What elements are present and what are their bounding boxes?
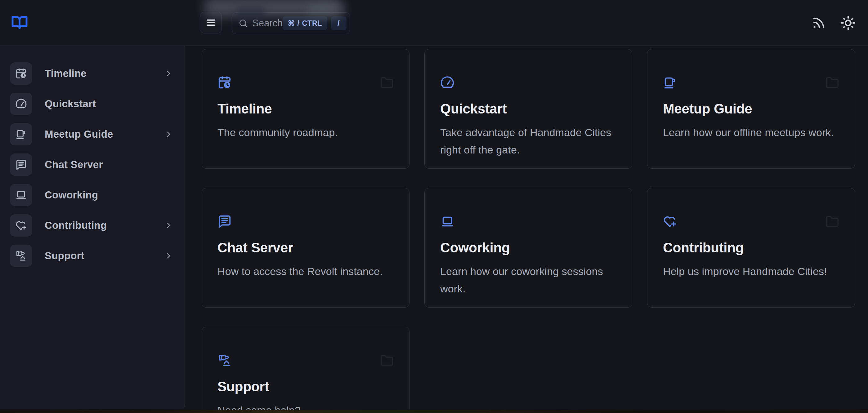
- chevron-right-icon[interactable]: [165, 222, 172, 229]
- card-quickstart[interactable]: Quickstart Take advantage of Handmade Ci…: [424, 49, 632, 169]
- gauge-icon: [440, 75, 455, 90]
- card-chat-server[interactable]: Chat Server How to access the Revolt ins…: [202, 188, 409, 308]
- card-support[interactable]: Support Need some help?: [202, 327, 409, 413]
- kbd-cmd-ctrl: ⌘ / CTRL: [283, 17, 327, 30]
- sidebar-item-support[interactable]: Support: [10, 245, 185, 267]
- hand-bell-icon: [10, 245, 32, 267]
- sidebar-item-label: Chat Server: [45, 159, 103, 170]
- topbar: Search ⌘ / CTRL /: [0, 0, 868, 46]
- sidebar-item-chat-server[interactable]: Chat Server: [10, 154, 185, 176]
- search-shortcuts: ⌘ / CTRL /: [283, 17, 346, 30]
- rss-icon[interactable]: [811, 16, 826, 30]
- card-icon-row: [217, 353, 394, 368]
- sidebar-item-label: Coworking: [45, 189, 98, 201]
- gauge-icon: [10, 93, 32, 115]
- card-coworking[interactable]: Coworking Learn how our coworking sessio…: [424, 188, 632, 308]
- message-square-icon: [217, 214, 232, 228]
- folder-icon: [826, 215, 839, 228]
- card-title: Timeline: [217, 101, 394, 117]
- sidebar-item-label: Support: [45, 250, 84, 262]
- sidebar: Timeline Quickstart Meetup Guide: [0, 45, 185, 409]
- sidebar-item-coworking[interactable]: Coworking: [10, 184, 185, 206]
- kbd-slash: /: [331, 17, 346, 30]
- book-open-icon[interactable]: [11, 14, 28, 31]
- card-icon-row: [217, 214, 394, 228]
- folder-icon: [380, 354, 394, 368]
- search-placeholder: Search: [252, 18, 283, 29]
- sun-icon[interactable]: [840, 15, 856, 31]
- calendar-clock-icon: [217, 75, 232, 90]
- card-title: Coworking: [440, 240, 616, 256]
- card-timeline[interactable]: Timeline The community roadmap.: [202, 49, 409, 169]
- search-icon: [239, 19, 248, 28]
- card-grid: Timeline The community roadmap. Quicksta…: [202, 49, 855, 413]
- folder-icon: [826, 76, 839, 90]
- card-title: Quickstart: [440, 101, 616, 117]
- sidebar-item-label: Meetup Guide: [45, 128, 113, 140]
- card-icon-row: [663, 75, 839, 90]
- heart-plus-icon: [663, 214, 677, 228]
- sidebar-item-label: Quickstart: [45, 98, 96, 110]
- message-square-icon: [10, 154, 32, 176]
- card-title: Support: [217, 379, 394, 395]
- card-contributing[interactable]: Contributing Help us improve Handmade Ci…: [647, 188, 855, 308]
- coffee-cup-icon: [10, 123, 32, 146]
- card-description: Take advantage of Handmade Cities right …: [440, 124, 616, 158]
- laptop-icon: [10, 184, 32, 206]
- card-description: Learn how our offline meetups work.: [663, 124, 839, 141]
- card-description: Help us improve Handmade Cities!: [663, 263, 839, 280]
- card-description: How to access the Revolt instance.: [217, 263, 394, 280]
- search-input[interactable]: Search ⌘ / CTRL /: [232, 12, 350, 34]
- sidebar-item-timeline[interactable]: Timeline: [10, 62, 185, 85]
- chevron-right-icon[interactable]: [165, 252, 172, 259]
- card-icon-row: [440, 214, 616, 228]
- hand-bell-icon: [217, 353, 232, 368]
- card-icon-row: [440, 75, 616, 90]
- desktop-edge-strip: [0, 410, 868, 413]
- sidebar-item-quickstart[interactable]: Quickstart: [10, 93, 185, 115]
- folder-icon: [380, 76, 394, 90]
- coffee-cup-icon: [663, 75, 677, 90]
- calendar-clock-icon: [10, 62, 32, 85]
- sidebar-item-label: Contributing: [45, 220, 107, 231]
- topbar-actions: [811, 0, 856, 45]
- chevron-right-icon[interactable]: [165, 130, 172, 138]
- laptop-icon: [440, 214, 455, 228]
- heart-plus-icon: [10, 214, 32, 236]
- card-title: Meetup Guide: [663, 101, 839, 117]
- sidebar-item-label: Timeline: [45, 68, 87, 80]
- sidebar-item-contributing[interactable]: Contributing: [10, 214, 185, 236]
- card-description: The community roadmap.: [217, 124, 394, 141]
- card-description: Learn how our coworking sessions work.: [440, 263, 616, 297]
- chevron-right-icon[interactable]: [165, 70, 172, 77]
- card-meetup-guide[interactable]: Meetup Guide Learn how our offline meetu…: [647, 49, 855, 169]
- hamburger-icon: [205, 17, 217, 28]
- card-title: Chat Server: [217, 240, 394, 256]
- card-icon-row: [663, 214, 839, 228]
- menu-button[interactable]: [200, 12, 222, 33]
- card-title: Contributing: [663, 240, 839, 256]
- sidebar-item-meetup-guide[interactable]: Meetup Guide: [10, 123, 185, 146]
- card-icon-row: [217, 75, 394, 90]
